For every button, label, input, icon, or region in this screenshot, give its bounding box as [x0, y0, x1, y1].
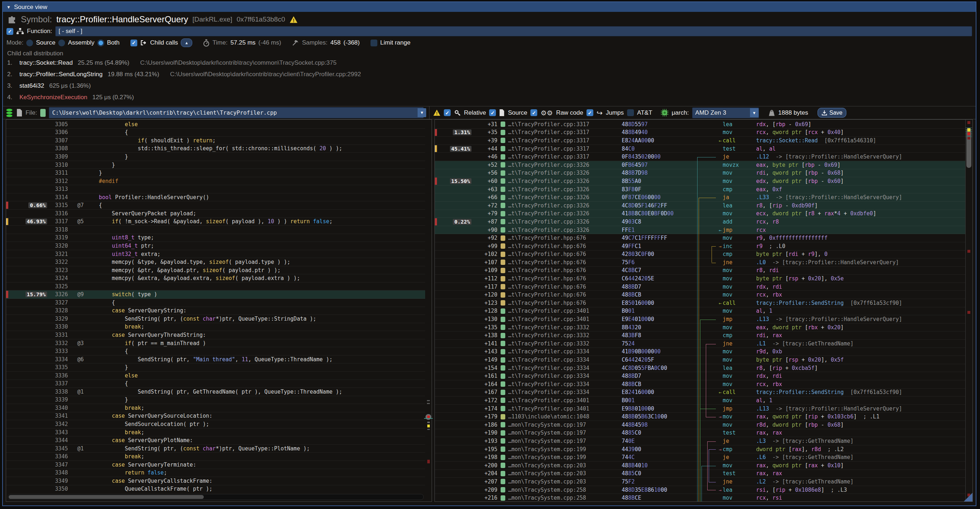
asm-row[interactable]: +128…t\TracyProfiler.cpp:3401B001moval, …	[435, 307, 965, 316]
asm-row[interactable]: +130…t\TracyProfiler.cpp:3401E9E4010000j…	[435, 315, 965, 323]
asm-row[interactable]: +161…t\TracyProfiler.cpp:3334488BD7movrd…	[435, 372, 965, 380]
asm-row[interactable]: +198…mon\TracySystem.cpp:199744Cje.L6 ->…	[435, 453, 965, 461]
asm-row[interactable]: +117…t\TracyProfiler.hpp:676488BD7movrdx…	[435, 283, 965, 291]
asm-row[interactable]: +120…t\TracyProfiler.hpp:676488BCBmovrcx…	[435, 291, 965, 299]
asm-row[interactable]: +92…t\TracyProfiler.hpp:67649C7C1FFFFFFF…	[435, 234, 965, 242]
source-line[interactable]: 3325	[6, 283, 425, 291]
asm-row[interactable]: +39…t\TracyProfiler.cpp:3317E824AA0000←c…	[435, 137, 965, 145]
child-call-item[interactable]: 2.tracy::Profiler::SendLongString19.88 m…	[7, 71, 971, 82]
asm-row[interactable]: 1.31%+35…t\TracyProfiler.cpp:3317488B494…	[435, 129, 965, 137]
source-line[interactable]: 3310 }	[6, 161, 425, 169]
raw-code-checkbox[interactable]	[530, 109, 537, 116]
asm-row[interactable]: +154…t\TracyProfiler.cpp:33344C8D055FBA0…	[435, 364, 965, 372]
source-line[interactable]: 3344 case ServerQueryPlotName:	[6, 436, 425, 445]
att-checkbox[interactable]	[627, 109, 634, 116]
collapse-up-button[interactable]: ▲	[181, 38, 192, 47]
asm-row[interactable]: 15.50%+60…t\TracyProfiler.cpp:33268B55A0…	[435, 177, 965, 186]
source-line[interactable]: 3334@6 SendString( ptr, "Main thread", 1…	[6, 356, 425, 364]
source-line[interactable]: 3321 uint32_t extra;	[6, 250, 425, 258]
source-line[interactable]: 3343 break;	[6, 428, 425, 437]
asm-row[interactable]: +112…t\TracyProfiler.hpp:676C64424205Emo…	[435, 275, 965, 283]
source-line[interactable]: 3328 case ServerQueryString:	[6, 307, 425, 315]
source-minimap-strip[interactable]	[425, 121, 431, 492]
source-line[interactable]: 3338@1 SendString( ptr, GetThreadName( p…	[6, 388, 425, 396]
source-line[interactable]: 3316 ServerQueryPacket payload;	[6, 210, 425, 218]
asm-row[interactable]: +209…mon\TracySystem.cpp:258488D35E88610…	[435, 486, 965, 494]
source-line[interactable]: 3322 memcpy( &type, &payload.type, sizeo…	[6, 258, 425, 266]
radio-source[interactable]	[26, 40, 33, 46]
source-line[interactable]: 3318	[6, 226, 425, 234]
asm-row[interactable]: +141…t\TracyProfiler.cpp:33327524jne.L1 …	[435, 340, 965, 348]
asm-row[interactable]: +107…t\TracyProfiler.hpp:67675F6jne.L0 -…	[435, 258, 965, 267]
source-line[interactable]: 3347 case ServerQueryTerminate:	[6, 461, 425, 469]
source-checkbox[interactable]	[489, 109, 496, 116]
source-line[interactable]: 3342 SendSourceLocation( ptr );	[6, 420, 425, 428]
source-line[interactable]: 3305 else	[6, 121, 425, 129]
asm-row[interactable]: 0.22%+87…t\TracyProfiler.cpp:33264903C8a…	[435, 218, 965, 226]
resize-grip[interactable]	[964, 493, 972, 501]
chevron-down-icon[interactable]: ▼	[418, 108, 426, 117]
asm-row[interactable]: +193…mon\TracySystem.cpp:197740Eje.L3 ->…	[435, 437, 965, 445]
source-line[interactable]: 3339 }	[6, 396, 425, 404]
child-calls-checkbox[interactable]	[130, 40, 137, 46]
asm-row[interactable]: +186…mon\TracySystem.cpp:197448B4598movr…	[435, 421, 965, 429]
asm-scrollbar[interactable]	[965, 120, 972, 501]
source-line[interactable]: 0.66%3315@7{	[6, 201, 425, 210]
asm-row[interactable]: +56…t\TracyProfiler.cpp:3326488B7D98movr…	[435, 169, 965, 178]
collapse-icon[interactable]: ▼	[6, 5, 11, 10]
source-line[interactable]: 3330 break;	[6, 323, 425, 331]
asm-row[interactable]: +123…t\TracyProfiler.hpp:676E850160000←c…	[435, 299, 965, 307]
jumps-checkbox[interactable]	[587, 109, 593, 116]
asm-row[interactable]: +207…mon\TracySystem.cpp:20375F2jne.L2 -…	[435, 478, 965, 486]
source-line[interactable]: 3324 memcpy( &extra, &payload.extra, siz…	[6, 274, 425, 283]
source-line[interactable]: 3319 uint8_t type;	[6, 234, 425, 242]
asm-row[interactable]: +164…t\TracyProfiler.cpp:3334488BCBmovrc…	[435, 380, 965, 388]
asm-row[interactable]: +179…1103\include\atomic:1048488B05B63C1…	[435, 413, 965, 421]
source-line[interactable]: 3313	[6, 185, 425, 193]
asm-row[interactable]: +138…t\TracyProfiler.cpp:3332483BF8cmprd…	[435, 331, 965, 340]
asm-row[interactable]: +66…t\TracyProfiler.cpp:33260F87CE060000…	[435, 193, 965, 202]
source-line[interactable]: 3333 {	[6, 347, 425, 356]
source-hscrollbar[interactable]	[8, 494, 424, 500]
asm-row[interactable]: +99…t\TracyProfiler.hpp:67649FFC1→incr9 …	[435, 242, 965, 251]
source-line[interactable]: 3341 case ServerQuerySourceLocation:	[6, 412, 425, 421]
source-line[interactable]: 3349 case ServerQueryCallstackFrame:	[6, 477, 425, 485]
asm-row[interactable]: +52…t\TracyProfiler.cpp:33260FB64597movz…	[435, 161, 965, 169]
asm-row[interactable]: +200…mon\TracySystem.cpp:203488B4010movr…	[435, 461, 965, 470]
source-line[interactable]: 3306 {	[6, 129, 425, 137]
limit-range-checkbox[interactable]	[371, 40, 377, 46]
child-call-item[interactable]: 3.stat64i32625 μs (1.36%)	[7, 82, 971, 94]
asm-row[interactable]: 45.41%+44…t\TracyProfiler.cpp:331784C0te…	[435, 145, 965, 153]
function-checkbox[interactable]	[6, 28, 13, 35]
source-line[interactable]: 46.93%3317@5 if( !m_sock->Read( &payload…	[6, 218, 425, 226]
radio-assembly[interactable]	[58, 40, 65, 46]
asm-row[interactable]: +72…t\TracyProfiler.cpp:33264C8D05F146F2…	[435, 202, 965, 210]
asm-row[interactable]: +31…t\TracyProfiler.cpp:3317488D5597lear…	[435, 121, 965, 129]
asm-row[interactable]: +109…t\TracyProfiler.hpp:6764C8BC7movr8,…	[435, 267, 965, 275]
radio-both[interactable]	[97, 40, 104, 46]
source-line[interactable]: 3327 {	[6, 299, 425, 307]
asm-row[interactable]: +216…mon\TracySystem.cpp:258488BCEmovrcx…	[435, 494, 965, 501]
source-line[interactable]: 3307 if( shouldExit ) return;	[6, 137, 425, 145]
asm-row[interactable]: +167…t\TracyProfiler.cpp:3334E824160000←…	[435, 388, 965, 397]
asm-row[interactable]: +90…t\TracyProfiler.cpp:3326FFE1←jmprcx	[435, 226, 965, 234]
child-call-item[interactable]: 1.tracy::Socket::Read25.25 ms (54.89%)C:…	[7, 59, 971, 71]
source-line[interactable]: 3332@3 if( ptr == m_mainThread )	[6, 339, 425, 348]
source-line[interactable]: 3345@1 SendString( ptr, (const char*)ptr…	[6, 445, 425, 453]
file-select[interactable]: C:\Users\wolf\Desktop\darkrl\contrib\tra…	[49, 107, 424, 118]
title-bar[interactable]: ▼ Source view	[3, 2, 976, 12]
source-line[interactable]: 3309 }	[6, 153, 425, 161]
asm-row[interactable]: +46…t\TracyProfiler.cpp:33170F8435020000…	[435, 153, 965, 161]
asm-row[interactable]: +135…t\TracyProfiler.cpp:33328B4320movea…	[435, 323, 965, 332]
asm-row[interactable]: +102…t\TracyProfiler.hpp:67642803C0F00cm…	[435, 251, 965, 259]
source-line[interactable]: 3320 uint64_t ptr;	[6, 242, 425, 250]
source-line[interactable]: 3314bool Profiler::HandleServerQuery()	[6, 193, 425, 202]
child-call-item[interactable]: 4.KeSynchronizeExecution125 μs (0.27%)	[7, 94, 971, 105]
asm-row[interactable]: +143…t\TracyProfiler.cpp:333441B90B00000…	[435, 348, 965, 356]
asm-row[interactable]: +195…mon\TracySystem.cpp:199443900→cmpdw…	[435, 445, 965, 453]
source-line[interactable]: 3323 memcpy( &ptr, &payload.ptr, sizeof(…	[6, 266, 425, 275]
asm-row[interactable]: +63…t\TracyProfiler.cpp:332683F80Fcmpeax…	[435, 186, 965, 194]
source-line[interactable]: 3336 else	[6, 372, 425, 380]
function-select[interactable]: [ - self - ]	[55, 26, 972, 36]
asm-row[interactable]: +174…t\TracyProfiler.cpp:3401E9B8010000j…	[435, 405, 965, 413]
